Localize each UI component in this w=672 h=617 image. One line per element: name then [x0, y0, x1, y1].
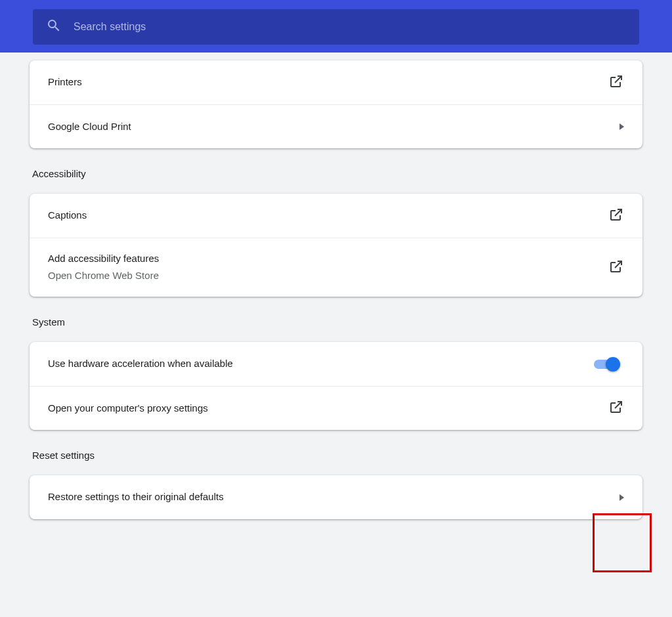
add-accessibility-label: Add accessibility features	[48, 251, 159, 266]
search-input[interactable]	[74, 21, 626, 33]
add-accessibility-subtitle: Open Chrome Web Store	[48, 268, 159, 284]
chevron-right-icon	[620, 123, 624, 130]
printers-label: Printers	[48, 75, 82, 90]
add-accessibility-features-row[interactable]: Add accessibility features Open Chrome W…	[30, 238, 642, 297]
proxy-settings-label: Open your computer's proxy settings	[48, 401, 208, 416]
restore-defaults-label: Restore settings to their original defau…	[48, 490, 224, 505]
hardware-acceleration-label: Use hardware acceleration when available	[48, 356, 233, 372]
reset-header: Reset settings	[32, 450, 642, 461]
google-cloud-print-row[interactable]: Google Cloud Print	[30, 104, 642, 148]
toggle-thumb	[606, 357, 620, 372]
highlight-annotation	[593, 513, 652, 572]
accessibility-card: Captions Add accessibility features Open…	[30, 194, 642, 297]
printing-card: Printers Google Cloud Print	[30, 60, 642, 148]
search-icon	[46, 18, 74, 36]
system-card: Use hardware acceleration when available…	[30, 342, 642, 430]
external-link-icon	[608, 259, 624, 277]
accessibility-header: Accessibility	[32, 168, 642, 179]
search-bar[interactable]	[33, 9, 639, 45]
header-bar	[0, 0, 672, 53]
proxy-settings-row[interactable]: Open your computer's proxy settings	[30, 386, 642, 430]
chevron-right-icon	[620, 494, 624, 501]
external-link-icon	[608, 399, 624, 417]
restore-defaults-row[interactable]: Restore settings to their original defau…	[30, 475, 642, 519]
external-link-icon	[608, 207, 624, 225]
captions-row[interactable]: Captions	[30, 194, 642, 238]
google-cloud-print-label: Google Cloud Print	[48, 119, 131, 135]
hardware-acceleration-row[interactable]: Use hardware acceleration when available	[30, 342, 642, 386]
printers-row[interactable]: Printers	[30, 60, 642, 104]
external-link-icon	[608, 74, 624, 92]
system-header: System	[32, 316, 642, 328]
reset-card: Restore settings to their original defau…	[30, 475, 642, 519]
settings-content: Printers Google Cloud Print Accessibilit…	[0, 53, 672, 519]
hardware-acceleration-toggle[interactable]	[594, 358, 624, 371]
captions-label: Captions	[48, 208, 87, 223]
